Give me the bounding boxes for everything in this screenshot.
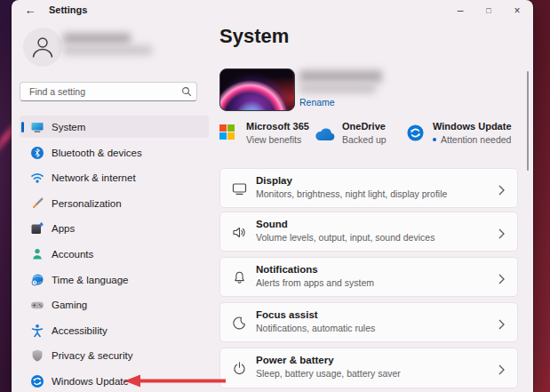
sidebar-item-bluetooth-devices[interactable]: Bluetooth & devices [20, 141, 209, 164]
sidebar-item-privacy-security[interactable]: Privacy & security [20, 344, 209, 366]
row-subtitle: Notifications, automatic rules [256, 323, 375, 333]
gamepad-icon [30, 298, 44, 312]
account-person-icon [30, 247, 44, 261]
sidebar-item-network-internet[interactable]: Network & internet [20, 166, 209, 188]
shield-icon [30, 348, 44, 363]
bell-icon [232, 270, 247, 285]
chevron-right-icon [498, 183, 505, 199]
scrollbar-thumb[interactable] [527, 71, 529, 171]
sidebar-item-label: Privacy & security [52, 350, 132, 361]
sidebar-item-label: Accounts [52, 249, 93, 260]
search-input[interactable] [20, 86, 177, 97]
app-grid-icon [30, 221, 44, 236]
sidebar-item-accessibility[interactable]: Accessibility [20, 319, 209, 341]
sidebar-item-label: Time & language [52, 275, 129, 285]
bluetooth-icon [30, 146, 44, 160]
power-icon [232, 361, 247, 376]
rename-link[interactable]: Rename [299, 97, 335, 108]
row-power-battery[interactable]: Power & battery Sleep, battery usage, ba… [219, 348, 518, 388]
user-avatar[interactable] [23, 28, 62, 67]
sidebar-item-label: Gaming [52, 300, 87, 310]
row-notifications[interactable]: Notifications Alerts from apps and syste… [219, 257, 518, 297]
status-card-subtitle: View benefits [246, 134, 301, 145]
row-sound[interactable]: Sound Volume levels, output, input, soun… [219, 212, 518, 252]
status-card-subtitle: Backed up [342, 134, 387, 145]
device-thumbnail [219, 68, 295, 111]
paintbrush-icon [30, 196, 44, 211]
minimize-button[interactable]: – [447, 0, 474, 21]
onedrive-cloud-icon [315, 128, 336, 145]
row-subtitle: Alerts from apps and system [256, 277, 374, 288]
chevron-right-icon [498, 272, 505, 288]
sidebar-item-label: Windows Update [52, 376, 129, 387]
chevron-right-icon [498, 363, 505, 379]
sidebar-item-label: Personalization [52, 198, 122, 209]
status-card-title: Windows Update [433, 121, 512, 132]
wifi-icon [30, 171, 44, 185]
alert-dot [433, 138, 436, 141]
chevron-right-icon [498, 227, 505, 243]
row-title: Sound [256, 219, 288, 229]
device-name-redacted [299, 70, 382, 83]
sidebar-item-windows-update[interactable]: Windows Update [20, 370, 209, 392]
search-icon [177, 86, 196, 97]
selected-indicator [21, 122, 24, 132]
row-subtitle: Monitors, brightness, night light, displ… [256, 188, 447, 199]
row-subtitle: Volume levels, output, input, sound devi… [256, 232, 434, 243]
windows-update-icon [30, 374, 44, 388]
sidebar-item-label: Bluetooth & devices [52, 148, 142, 158]
monitor-icon [232, 181, 247, 196]
row-focus-assist[interactable]: Focus assist Notifications, automatic ru… [219, 302, 518, 342]
speaker-icon [232, 225, 247, 240]
sidebar-item-label: Network & internet [52, 172, 136, 183]
device-spec-redacted [299, 84, 376, 93]
accessibility-person-icon [30, 324, 44, 338]
search-box[interactable] [20, 82, 197, 101]
sidebar-item-system[interactable]: System [20, 116, 209, 138]
row-title: Power & battery [256, 355, 334, 365]
sidebar-item-personalization[interactable]: Personalization [20, 192, 209, 214]
windows-update-icon [407, 124, 424, 145]
globe-clock-icon [30, 273, 44, 287]
sidebar-item-label: Apps [52, 223, 75, 234]
sidebar-item-label: Accessibility [52, 325, 108, 336]
sidebar-item-time-language[interactable]: Time & language [20, 268, 209, 291]
row-subtitle: Sleep, battery usage, battery saver [256, 368, 401, 379]
status-card-subtitle: Attention needed [433, 134, 511, 145]
close-button[interactable]: × [504, 0, 530, 21]
sidebar-item-accounts[interactable]: Accounts [20, 243, 209, 265]
maximize-button[interactable]: □ [475, 0, 502, 21]
row-title: Focus assist [256, 309, 318, 320]
sidebar-item-apps[interactable]: Apps [20, 217, 209, 239]
system-icon [30, 120, 44, 134]
window-title: Settings [49, 4, 87, 15]
status-card-title: Microsoft 365 [246, 121, 309, 132]
settings-window: ← Settings – □ × System Bluetooth & devi… [12, 0, 533, 392]
sidebar-item-label: System [52, 122, 85, 132]
person-icon [23, 28, 62, 67]
user-email-redacted [63, 45, 152, 55]
moon-icon [232, 316, 247, 331]
status-card-title: OneDrive [342, 121, 386, 132]
back-button[interactable]: ← [20, 1, 40, 19]
page-title: System [219, 25, 289, 48]
chevron-right-icon [498, 317, 505, 333]
row-title: Display [256, 175, 292, 186]
sidebar-item-gaming[interactable]: Gaming [20, 293, 209, 316]
user-name-redacted [63, 33, 131, 44]
microsoft-logo-icon [219, 124, 235, 143]
row-display[interactable]: Display Monitors, brightness, night ligh… [219, 168, 518, 208]
row-title: Notifications [256, 264, 318, 275]
